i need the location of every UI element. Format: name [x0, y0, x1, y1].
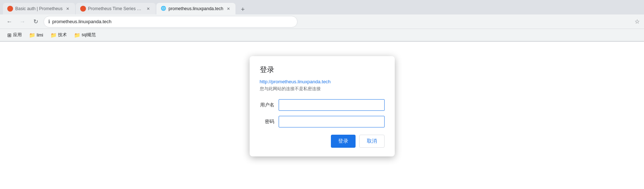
- tab-1-close[interactable]: ✕: [65, 6, 71, 12]
- apps-icon: ⊞: [7, 32, 12, 38]
- tab-2-favicon: [80, 6, 86, 12]
- tab-2-close[interactable]: ✕: [145, 6, 151, 12]
- info-icon: ℹ: [48, 19, 50, 24]
- cancel-button[interactable]: 取消: [359, 135, 385, 148]
- tab-bar: Basic auth | Prometheus ✕ Prometheus Tim…: [0, 0, 644, 14]
- tab-2-title: Prometheus Time Series Colle...: [88, 6, 143, 11]
- bookmark-limi-label: limi: [37, 33, 43, 38]
- dialog-subtitle: 您与此网站的连接不是私密连接: [260, 86, 385, 92]
- tab-1[interactable]: Basic auth | Prometheus ✕: [3, 3, 75, 14]
- reload-button[interactable]: ↻: [30, 17, 41, 27]
- tab-1-favicon: [7, 6, 13, 12]
- bookmark-tech[interactable]: 📁 技术: [48, 30, 70, 39]
- bookmark-tech-label: 技术: [58, 32, 67, 38]
- folder-sql-icon: 📁: [74, 32, 80, 38]
- bookmark-star-icon[interactable]: ☆: [635, 18, 640, 25]
- bookmark-apps[interactable]: ⊞ 应用: [4, 30, 25, 39]
- username-row: 用户名: [260, 99, 385, 111]
- nav-bar: ← → ↻ ℹ prometheus.linuxpanda.tech ☆: [0, 14, 644, 29]
- folder-tech-icon: 📁: [50, 32, 57, 38]
- tab-3-favicon: 🌐: [161, 6, 167, 12]
- dialog-title: 登录: [260, 65, 385, 75]
- password-row: 密码: [260, 116, 385, 127]
- login-button[interactable]: 登录: [331, 135, 356, 148]
- address-bar[interactable]: ℹ prometheus.linuxpanda.tech: [44, 16, 298, 28]
- forward-button[interactable]: →: [17, 17, 28, 27]
- bookmarks-bar: ⊞ 应用 📁 limi 📁 技术 📁 sql规范: [0, 29, 644, 41]
- auth-dialog: 登录 http://prometheus.linuxpanda.tech 您与此…: [250, 56, 395, 156]
- username-label: 用户名: [260, 102, 274, 108]
- password-input[interactable]: [279, 116, 385, 127]
- bookmark-apps-label: 应用: [13, 32, 22, 38]
- tab-3[interactable]: 🌐 prometheus.linuxpanda.tech ✕: [156, 3, 236, 14]
- browser-chrome: Basic auth | Prometheus ✕ Prometheus Tim…: [0, 0, 644, 42]
- tab-1-title: Basic auth | Prometheus: [15, 6, 63, 11]
- username-input[interactable]: [279, 99, 385, 111]
- back-button[interactable]: ←: [4, 17, 15, 27]
- new-tab-button[interactable]: +: [238, 4, 248, 14]
- page-content: 登录 http://prometheus.linuxpanda.tech 您与此…: [0, 42, 644, 189]
- dialog-url: http://prometheus.linuxpanda.tech: [260, 79, 385, 84]
- bookmark-sql-label: sql规范: [82, 32, 96, 38]
- tab-2[interactable]: Prometheus Time Series Colle... ✕: [76, 3, 156, 14]
- tab-3-close[interactable]: ✕: [225, 6, 231, 12]
- tab-3-title: prometheus.linuxpanda.tech: [169, 6, 223, 11]
- url-text: prometheus.linuxpanda.tech: [52, 19, 111, 24]
- password-label: 密码: [260, 118, 274, 125]
- dialog-actions: 登录 取消: [260, 135, 385, 148]
- folder-limi-icon: 📁: [29, 32, 35, 38]
- bookmark-limi[interactable]: 📁 limi: [26, 31, 46, 39]
- bookmark-sql[interactable]: 📁 sql规范: [71, 30, 99, 39]
